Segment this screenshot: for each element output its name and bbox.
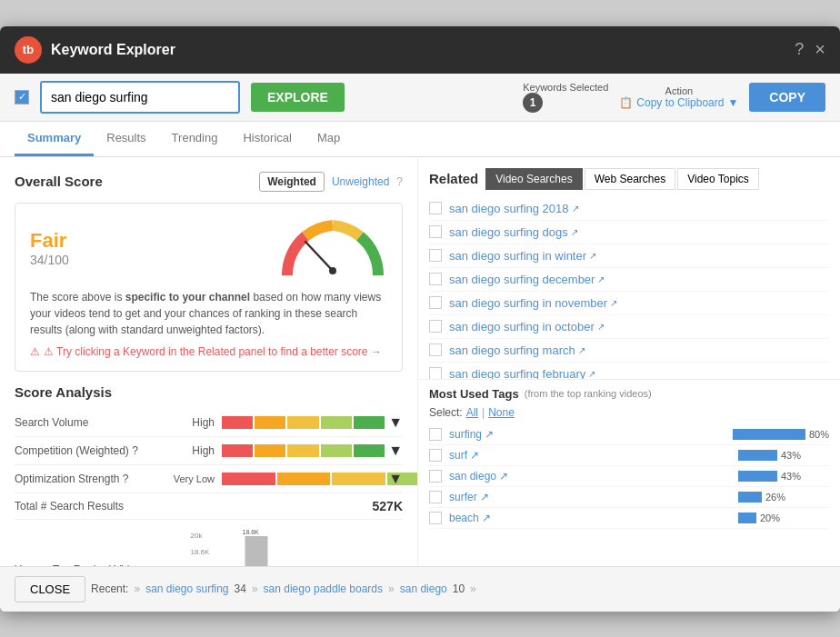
- related-item: san diego surfing december ↗: [429, 268, 829, 292]
- keywords-badge: 1: [523, 93, 543, 113]
- recent-num-3: 10: [453, 582, 465, 595]
- related-item: san diego surfing dogs ↗: [429, 221, 829, 244]
- related-checkbox-1[interactable]: [429, 202, 442, 214]
- tab-results[interactable]: Results: [94, 122, 158, 156]
- competition-help-icon[interactable]: ?: [132, 444, 138, 457]
- tab-map[interactable]: Map: [305, 122, 353, 156]
- related-tabs: Video Searches Web Searches Video Topics: [485, 168, 759, 190]
- related-checkbox-5[interactable]: [429, 296, 442, 309]
- recent-link-1[interactable]: san diego surfing: [145, 582, 228, 595]
- tag-pct-surfer: 26%: [765, 492, 785, 503]
- score-warning-text[interactable]: ⚠ Try clicking a Keyword in the Related …: [44, 345, 382, 358]
- search-checkbox[interactable]: ✓: [15, 90, 29, 105]
- recent-link-2[interactable]: san diego paddle boards: [264, 582, 383, 595]
- modal-footer: CLOSE Recent: » san diego surfing 34 » s…: [0, 566, 840, 612]
- search-input[interactable]: [40, 81, 240, 114]
- related-item: san diego surfing 2018 ↗: [429, 197, 829, 221]
- select-all-link[interactable]: All: [466, 406, 478, 419]
- copy-button[interactable]: COPY: [749, 83, 825, 112]
- select-none-link[interactable]: None: [488, 406, 515, 419]
- bar-orange: [255, 416, 285, 429]
- comp-bar-yellow: [287, 444, 318, 457]
- opt-bar-arrow-icon: ▼: [388, 471, 403, 487]
- tag-name-surf[interactable]: surf ↗: [449, 449, 731, 462]
- related-checkbox-4[interactable]: [429, 273, 442, 285]
- svg-text:18.6K: 18.6K: [191, 548, 211, 556]
- related-tab-video-topics[interactable]: Video Topics: [677, 168, 759, 190]
- dropdown-arrow-icon: ▼: [727, 96, 738, 109]
- weighted-help-icon[interactable]: ?: [396, 175, 403, 188]
- search-volume-label: Search Volume: [15, 416, 160, 429]
- related-tab-web-searches[interactable]: Web Searches: [585, 168, 676, 190]
- related-tab-video-searches[interactable]: Video Searches: [485, 168, 583, 190]
- tag-name-surfer[interactable]: surfer ↗: [449, 491, 731, 503]
- check-icon: ✓: [18, 91, 26, 103]
- competition-level: High: [160, 444, 215, 457]
- tag-name-sandiego[interactable]: san diego ↗: [449, 470, 731, 483]
- related-link-5[interactable]: san diego surfing in november ↗: [449, 296, 617, 310]
- svg-point-1: [329, 267, 336, 274]
- optimization-level: Very Low: [160, 473, 215, 484]
- optimization-help-icon[interactable]: ?: [123, 473, 129, 485]
- svg-text:18.6K: 18.6K: [243, 529, 260, 535]
- tab-summary[interactable]: Summary: [15, 122, 94, 156]
- related-link-3[interactable]: san diego surfing in winter ↗: [449, 249, 596, 263]
- app-logo: tb: [15, 36, 42, 64]
- related-link-8[interactable]: san diego surfing february ↗: [449, 367, 595, 379]
- tag-bar-wrap-beach: 20%: [738, 513, 829, 523]
- related-checkbox-2[interactable]: [429, 225, 442, 238]
- explore-button[interactable]: EXPLORE: [251, 83, 345, 112]
- unweighted-button[interactable]: Unweighted: [332, 175, 389, 188]
- competition-label: Competition (Weighted) ?: [15, 444, 160, 457]
- ext-icon: ↗: [572, 204, 579, 214]
- related-link-6[interactable]: san diego surfing in october ↗: [449, 320, 605, 333]
- tab-historical[interactable]: Historical: [230, 122, 304, 156]
- tag-bar-wrap-surf: 43%: [738, 450, 829, 461]
- main-content: Overall Score Weighted Unweighted ? Fair…: [0, 157, 840, 566]
- tag-checkbox-sandiego[interactable]: [429, 470, 442, 483]
- related-checkbox-3[interactable]: [429, 249, 442, 262]
- tag-checkbox-surfing[interactable]: [429, 428, 442, 441]
- related-link-2[interactable]: san diego surfing dogs ↗: [449, 225, 578, 239]
- tag-name-surfing[interactable]: surfing ↗: [449, 428, 725, 441]
- tag-bar-surf: [738, 450, 777, 461]
- tag-bar-surfer: [738, 492, 762, 503]
- help-icon[interactable]: ?: [795, 40, 804, 59]
- warning-icon: ⚠: [30, 345, 40, 358]
- recent-sep-4: »: [470, 582, 476, 595]
- related-checkbox-6[interactable]: [429, 320, 442, 333]
- score-description: The score above is specific to your chan…: [30, 289, 387, 338]
- toolbar: ✓ EXPLORE Keywords Selected 1 Action 📋 C…: [0, 74, 840, 122]
- related-checkbox-8[interactable]: [429, 367, 442, 379]
- bar-yellow: [287, 416, 318, 429]
- related-link-1[interactable]: san diego surfing 2018 ↗: [449, 202, 579, 215]
- related-link-7[interactable]: san diego surfing march ↗: [449, 343, 585, 357]
- bar-arrow-down-icon: ▼: [388, 414, 403, 431]
- left-panel: Overall Score Weighted Unweighted ? Fair…: [0, 157, 418, 566]
- header-left: tb Keyword Explorer: [15, 36, 175, 64]
- tag-checkbox-beach[interactable]: [429, 512, 442, 524]
- score-number: 34/100: [30, 253, 69, 267]
- tag-pct-sandiego: 43%: [781, 471, 801, 482]
- tag-checkbox-surfer[interactable]: [429, 491, 442, 503]
- related-link-4[interactable]: san diego surfing december ↗: [449, 273, 605, 286]
- ext-icon-6: ↗: [597, 322, 605, 332]
- close-button[interactable]: CLOSE: [15, 576, 85, 602]
- tag-checkbox-surf[interactable]: [429, 449, 442, 462]
- tab-trending[interactable]: Trending: [159, 122, 231, 156]
- svg-line-0: [305, 242, 333, 271]
- svg-rect-6: [245, 536, 268, 566]
- tag-name-beach[interactable]: beach ↗: [449, 512, 731, 524]
- related-item: san diego surfing in november ↗: [429, 292, 829, 315]
- ext-icon-8: ↗: [588, 369, 595, 379]
- overall-score-title: Overall Score: [15, 174, 103, 189]
- ext-icon-4: ↗: [597, 274, 605, 284]
- related-checkbox-7[interactable]: [429, 343, 442, 356]
- optimization-bar: ▼: [222, 471, 403, 487]
- copy-to-clipboard-button[interactable]: 📋 Copy to Clipboard ▼: [619, 96, 738, 109]
- recent-link-3[interactable]: san diego: [400, 582, 447, 595]
- close-x-icon[interactable]: ×: [815, 39, 825, 60]
- optimization-row: Optimization Strength ? Very Low ▼: [15, 465, 403, 493]
- weighted-button[interactable]: Weighted: [259, 172, 325, 192]
- bar-red: [222, 416, 253, 429]
